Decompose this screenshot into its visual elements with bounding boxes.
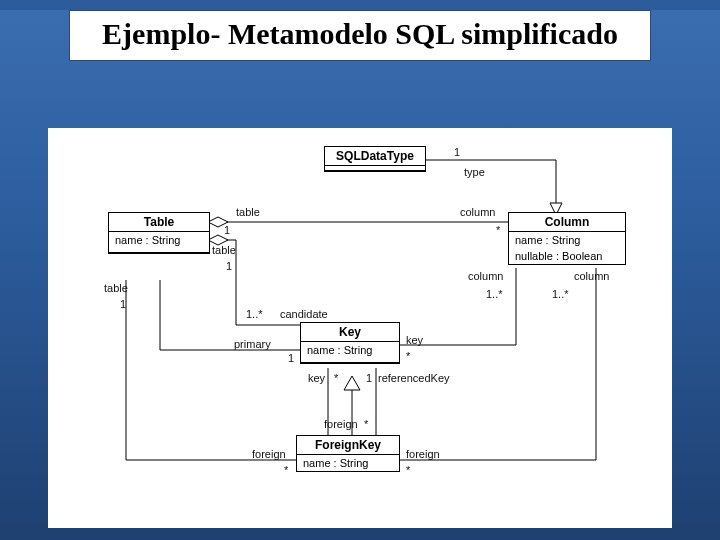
class-key: Key name : String: [300, 322, 400, 364]
role-label: table: [104, 282, 128, 294]
role-label: column: [574, 270, 609, 282]
class-name: Column: [509, 213, 625, 232]
mult-label: *: [284, 464, 288, 476]
role-label: column: [460, 206, 495, 218]
class-attr: name : String: [301, 342, 399, 358]
mult-label: 1: [366, 372, 372, 384]
role-label: referencedKey: [378, 372, 450, 384]
class-foreignkey: ForeignKey name : String: [296, 435, 400, 472]
mult-label: 1..*: [246, 308, 263, 320]
class-name: ForeignKey: [297, 436, 399, 455]
title-box: Ejemplo- Metamodelo SQL simplificado: [69, 10, 651, 61]
class-attr: nullable : Boolean: [509, 248, 625, 264]
mult-label: *: [364, 418, 368, 430]
role-label: type: [464, 166, 485, 178]
mult-label: 1: [120, 298, 126, 310]
class-column: Column name : String nullable : Boolean: [508, 212, 626, 265]
role-label: primary: [234, 338, 271, 350]
role-label: foreign: [252, 448, 286, 460]
mult-label: 1..*: [552, 288, 569, 300]
mult-label: 1: [226, 260, 232, 272]
class-name: Key: [301, 323, 399, 342]
mult-label: 1: [288, 352, 294, 364]
mult-label: *: [334, 372, 338, 384]
mult-label: 1: [224, 224, 230, 236]
role-label: foreign: [324, 418, 358, 430]
diagram-canvas: SQLDataType Table name : String Column n…: [48, 128, 672, 528]
svg-marker-3: [344, 376, 360, 390]
role-label: column: [468, 270, 503, 282]
class-name: Table: [109, 213, 209, 232]
class-attr: name : String: [509, 232, 625, 248]
mult-label: *: [406, 350, 410, 362]
mult-label: *: [496, 224, 500, 236]
class-attr: name : String: [109, 232, 209, 248]
role-label: candidate: [280, 308, 328, 320]
role-label: key: [308, 372, 325, 384]
mult-label: 1: [454, 146, 460, 158]
class-sqldatatype: SQLDataType: [324, 146, 426, 172]
class-name: SQLDataType: [325, 147, 425, 166]
role-label: foreign: [406, 448, 440, 460]
role-label: table: [212, 244, 236, 256]
mult-label: *: [406, 464, 410, 476]
class-attr: name : String: [297, 455, 399, 471]
slide-title: Ejemplo- Metamodelo SQL simplificado: [90, 17, 630, 50]
class-table: Table name : String: [108, 212, 210, 254]
mult-label: 1..*: [486, 288, 503, 300]
role-label: key: [406, 334, 423, 346]
role-label: table: [236, 206, 260, 218]
